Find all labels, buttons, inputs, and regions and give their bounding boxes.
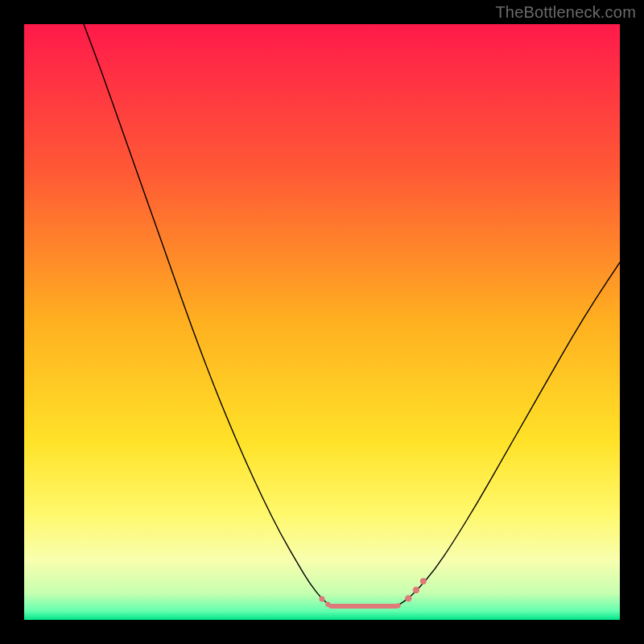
marker-5 — [420, 578, 427, 584]
plot-area — [24, 24, 620, 620]
chart-frame: TheBottleneck.com — [0, 0, 644, 644]
marker-1 — [325, 602, 330, 607]
chart-background — [24, 24, 620, 620]
marker-4 — [413, 587, 419, 593]
chart-svg — [24, 24, 620, 620]
watermark-text: TheBottleneck.com — [495, 3, 636, 22]
marker-2 — [396, 603, 401, 608]
marker-3 — [405, 595, 411, 601]
marker-0 — [320, 597, 325, 602]
